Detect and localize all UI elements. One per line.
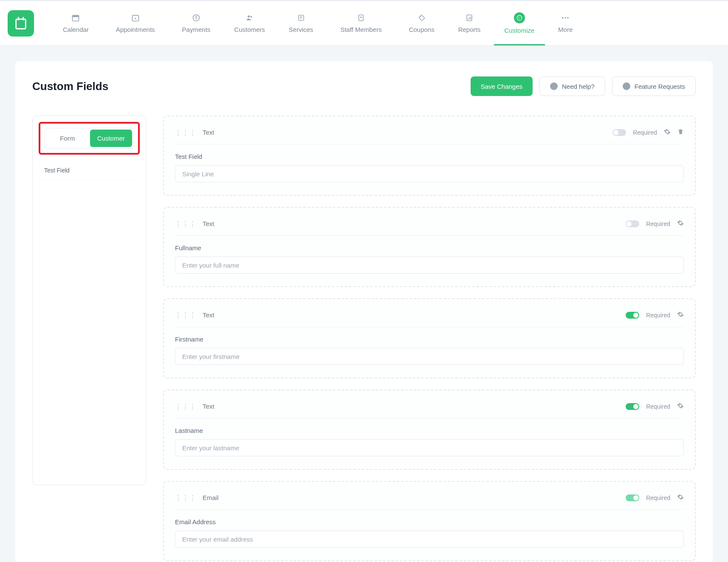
services-icon bbox=[296, 13, 306, 23]
nav-coupons[interactable]: Coupons bbox=[397, 1, 446, 45]
nav-label: Payments bbox=[182, 26, 211, 33]
svg-point-15 bbox=[518, 17, 519, 17]
tab-switch: Form Customer bbox=[45, 128, 134, 149]
gear-icon[interactable] bbox=[677, 494, 684, 502]
nav-label: Services bbox=[289, 26, 313, 33]
svg-point-11 bbox=[360, 17, 362, 18]
svg-point-12 bbox=[420, 16, 421, 17]
help-icon bbox=[550, 82, 558, 90]
save-button[interactable]: Save Changes bbox=[471, 76, 533, 96]
svg-point-18 bbox=[562, 17, 564, 19]
svg-point-19 bbox=[564, 17, 566, 19]
nav-list: Calendar Appointments $ Payments Custome… bbox=[51, 1, 720, 45]
nav-payments[interactable]: $ Payments bbox=[170, 1, 223, 45]
field-head: ⋮⋮⋮TextRequired bbox=[175, 308, 684, 327]
nav-reports[interactable]: Reports bbox=[446, 1, 493, 45]
calendar-icon bbox=[71, 13, 80, 23]
help-button[interactable]: Need help? bbox=[539, 76, 605, 96]
nav-label: Customize bbox=[504, 27, 534, 34]
help-label: Need help? bbox=[562, 83, 595, 90]
staff-icon bbox=[356, 13, 366, 23]
payments-icon: $ bbox=[192, 13, 201, 23]
field-block: ⋮⋮⋮TextRequiredFullname bbox=[163, 207, 696, 287]
nav-label: Appointments bbox=[116, 26, 155, 33]
nav-label: Coupons bbox=[409, 26, 435, 33]
reports-icon bbox=[465, 13, 474, 23]
field-head: ⋮⋮⋮TextRequired bbox=[175, 126, 684, 144]
nav-label: Calendar bbox=[63, 26, 89, 33]
svg-point-4 bbox=[135, 18, 136, 19]
page-body: Custom Fields Save Changes Need help? Fe… bbox=[0, 46, 728, 562]
tab-customer[interactable]: Customer bbox=[90, 130, 133, 147]
drag-handle-icon[interactable]: ⋮⋮⋮ bbox=[175, 403, 197, 410]
field-input[interactable] bbox=[175, 531, 684, 548]
customers-icon bbox=[245, 13, 254, 23]
gear-icon[interactable] bbox=[677, 402, 684, 410]
required-label: Required bbox=[646, 312, 670, 319]
field-head: ⋮⋮⋮TextRequired bbox=[175, 400, 684, 418]
nav-calendar[interactable]: Calendar bbox=[51, 1, 101, 45]
field-head: ⋮⋮⋮TextRequired bbox=[175, 217, 684, 236]
card-header: Custom Fields Save Changes Need help? Fe… bbox=[32, 76, 696, 96]
field-input[interactable] bbox=[175, 348, 684, 365]
field-label: Test Field bbox=[175, 153, 684, 160]
nav-services[interactable]: Services bbox=[277, 1, 325, 45]
svg-text:$: $ bbox=[195, 15, 198, 20]
tab-form[interactable]: Form bbox=[46, 130, 89, 147]
nav-staff[interactable]: Staff Members bbox=[325, 1, 397, 45]
field-label: Firstname bbox=[175, 336, 684, 343]
drag-handle-icon[interactable]: ⋮⋮⋮ bbox=[175, 220, 197, 228]
drag-handle-icon[interactable]: ⋮⋮⋮ bbox=[175, 311, 197, 319]
svg-rect-2 bbox=[73, 15, 79, 17]
appointments-icon bbox=[131, 13, 140, 23]
feature-label: Feature Requests bbox=[635, 83, 685, 90]
content-body: Form Customer Test Field ⋮⋮⋮TextRequired… bbox=[32, 116, 696, 561]
page-title: Custom Fields bbox=[32, 80, 108, 93]
required-toggle[interactable] bbox=[626, 312, 639, 319]
sidebar: Form Customer Test Field bbox=[32, 116, 146, 485]
required-label: Required bbox=[633, 129, 657, 136]
drag-handle-icon[interactable]: ⋮⋮⋮ bbox=[175, 129, 197, 136]
required-toggle[interactable] bbox=[612, 129, 626, 136]
required-toggle[interactable] bbox=[626, 494, 639, 501]
svg-rect-0 bbox=[16, 19, 26, 29]
field-label: Fullname bbox=[175, 244, 684, 251]
bulb-icon bbox=[623, 82, 630, 90]
field-type: Text bbox=[203, 403, 214, 410]
fields-list: ⋮⋮⋮TextRequiredTest Field⋮⋮⋮TextRequired… bbox=[163, 116, 696, 561]
sidebar-field-item[interactable]: Test Field bbox=[39, 161, 140, 180]
svg-point-14 bbox=[517, 15, 522, 20]
required-toggle[interactable] bbox=[626, 403, 639, 410]
app-logo[interactable] bbox=[8, 10, 34, 37]
nav-customers[interactable]: Customers bbox=[222, 1, 277, 45]
header-actions: Save Changes Need help? Feature Requests bbox=[471, 76, 696, 96]
main-card: Custom Fields Save Changes Need help? Fe… bbox=[15, 61, 713, 562]
svg-point-7 bbox=[248, 15, 250, 17]
field-type: Email bbox=[203, 494, 219, 501]
trash-icon[interactable] bbox=[677, 128, 684, 136]
more-icon bbox=[561, 13, 570, 23]
field-block: ⋮⋮⋮TextRequiredLastname bbox=[163, 390, 696, 470]
drag-handle-icon[interactable]: ⋮⋮⋮ bbox=[175, 494, 197, 502]
field-input[interactable] bbox=[175, 165, 684, 182]
svg-point-17 bbox=[519, 18, 519, 19]
required-label: Required bbox=[646, 403, 670, 410]
field-input[interactable] bbox=[175, 257, 684, 274]
field-input[interactable] bbox=[175, 439, 684, 456]
nav-appointments[interactable]: Appointments bbox=[101, 1, 170, 45]
top-nav: Calendar Appointments $ Payments Custome… bbox=[0, 0, 728, 46]
required-label: Required bbox=[646, 494, 670, 501]
gear-icon[interactable] bbox=[664, 128, 671, 136]
gear-icon[interactable] bbox=[677, 220, 684, 228]
feature-requests-button[interactable]: Feature Requests bbox=[612, 76, 696, 96]
field-type: Text bbox=[203, 311, 214, 319]
gear-icon[interactable] bbox=[677, 311, 684, 319]
coupons-icon bbox=[417, 13, 426, 23]
field-type: Text bbox=[203, 220, 214, 227]
required-toggle[interactable] bbox=[626, 220, 639, 227]
nav-more[interactable]: More bbox=[546, 1, 584, 45]
nav-label: Staff Members bbox=[340, 26, 381, 33]
nav-label: More bbox=[558, 26, 573, 33]
nav-customize[interactable]: Customize bbox=[492, 1, 546, 45]
field-label: Lastname bbox=[175, 427, 684, 434]
